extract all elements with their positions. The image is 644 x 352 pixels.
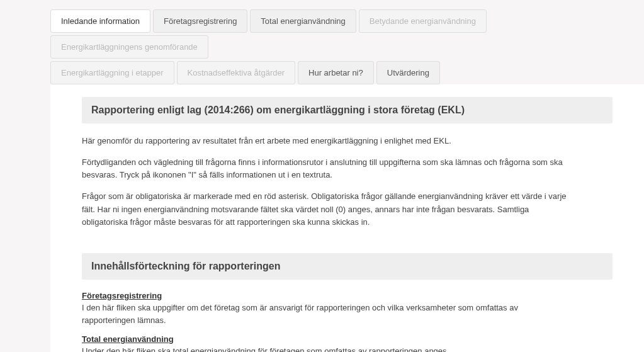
tab-foretagsregistrering[interactable]: Företagsregistrering — [153, 9, 247, 33]
toc-item: Företagsregistrering I den här fliken sk… — [82, 291, 567, 327]
toc-desc: Under den här fliken ska total energianv… — [82, 345, 567, 352]
tab-content: Rapportering enligt lag (2014:266) om en… — [50, 84, 644, 352]
section-header-innehallsforteckning: Innehållsförteckning för rapporteringen — [82, 253, 613, 280]
intro-paragraph-1: Här genomför du rapportering av resultat… — [82, 135, 567, 147]
tab-energikartlaggningens-genomforande: Energikartläggningens genomförande — [50, 35, 208, 59]
section-header-rapportering: Rapportering enligt lag (2014:266) om en… — [82, 97, 613, 123]
intro-paragraph-2: Förtydliganden och vägledning till frågo… — [82, 156, 567, 181]
toc-link-total-energianvandning[interactable]: Total energianvändning — [82, 334, 174, 344]
tab-energikartlaggning-i-etapper: Energikartläggning i etapper — [50, 61, 174, 84]
intro-paragraph-3: Frågor som är obligatoriska är markerade… — [82, 190, 567, 228]
toc-link-foretagsregistrering[interactable]: Företagsregistrering — [82, 291, 162, 300]
tab-total-energianvandning[interactable]: Total energianvändning — [250, 9, 356, 33]
tab-inledande-information[interactable]: Inledande information — [50, 9, 150, 33]
tab-utvardering[interactable]: Utvärdering — [376, 61, 440, 84]
tab-hur-arbetar-ni[interactable]: Hur arbetar ni? — [298, 61, 374, 84]
tabs-row-2: Energikartläggning i etapper Kostnadseff… — [50, 61, 644, 84]
toc-item: Total energianvändning Under den här fli… — [82, 334, 567, 352]
tabs-row-1: Inledande information Företagsregistreri… — [50, 9, 644, 59]
tab-kostnadseffektiva-atgarder: Kostnadseffektiva åtgärder — [177, 61, 295, 84]
toc-desc: I den här fliken ska uppgifter om det fö… — [82, 302, 567, 327]
tab-betydande-energianvandning: Betydande energianvändning — [359, 9, 487, 33]
